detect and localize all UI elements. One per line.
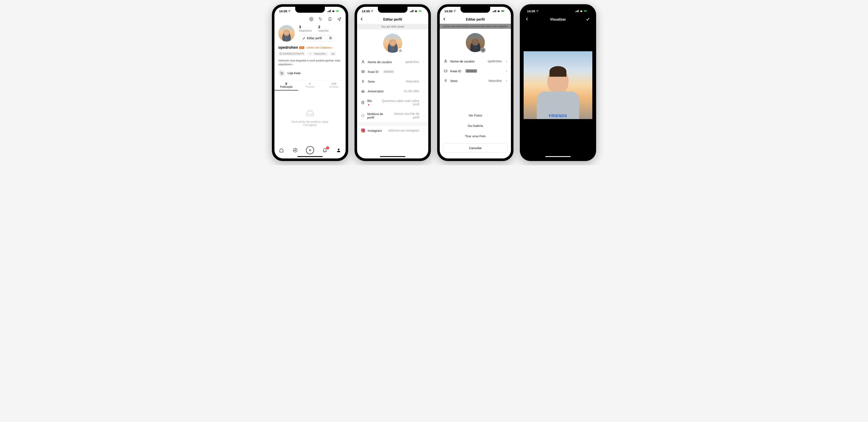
- svg-rect-44: [578, 10, 579, 12]
- back-button: [442, 17, 448, 22]
- store-link[interactable]: Loja Kwai: [274, 68, 346, 80]
- camera-icon[interactable]: [398, 48, 403, 53]
- svg-point-22: [400, 51, 401, 51]
- svg-rect-17: [413, 10, 413, 12]
- svg-rect-35: [504, 11, 504, 11]
- row-username[interactable]: Nome de usuário opedrohen ›: [357, 57, 428, 67]
- edit-profile-button[interactable]: Editar perfil: [299, 35, 326, 41]
- svg-rect-29: [493, 11, 493, 12]
- instagram-icon: [361, 129, 365, 132]
- svg-rect-32: [495, 10, 496, 12]
- tab-publications[interactable]: 0 Publicação: [274, 80, 298, 91]
- row-kwai-id: Kwai ID Atualizar ›: [440, 66, 511, 76]
- sheet-cancel[interactable]: Cancelar: [443, 143, 507, 153]
- sheet-view-photos[interactable]: Ver Fotos: [443, 110, 507, 121]
- back-button[interactable]: [525, 17, 531, 22]
- nav-profile[interactable]: [336, 147, 342, 153]
- nav-home[interactable]: [278, 147, 284, 153]
- tab-likes[interactable]: 169 Curtidas: [322, 80, 346, 91]
- followers-stat[interactable]: 3 Seguidores: [299, 25, 312, 32]
- confirm-button[interactable]: [586, 17, 590, 22]
- home-indicator: [380, 156, 405, 157]
- photo-preview[interactable]: FRIENDS: [524, 51, 592, 119]
- note-icon: [361, 101, 365, 104]
- pointer-icon[interactable]: [318, 17, 323, 22]
- chevron-right-icon: ›: [506, 69, 507, 73]
- header: Editar perfil: [357, 15, 428, 24]
- id-tag: ID:150000210704375: [278, 52, 305, 56]
- row-gender: Sexo Masculino ›: [440, 76, 511, 86]
- chevron-right-icon: ›: [424, 89, 425, 93]
- level-badge: LV1: [299, 46, 304, 49]
- sheet-take-photo[interactable]: Tirar uma Foto: [443, 131, 507, 141]
- id-icon: [361, 70, 365, 73]
- avatar[interactable]: [278, 25, 295, 41]
- status-time: 14:05: [362, 9, 370, 13]
- nav-discover[interactable]: [292, 147, 298, 153]
- tab-private[interactable]: 0 Privado: [298, 80, 322, 91]
- user-icon: [443, 59, 448, 63]
- row-frame[interactable]: Moldura de perfil Decore sua foto de per…: [357, 109, 428, 122]
- row-kwai-id[interactable]: Kwai ID Atualizar ›: [357, 67, 428, 76]
- svg-point-8: [311, 19, 312, 20]
- svg-rect-43: [577, 10, 578, 12]
- svg-rect-21: [399, 50, 401, 52]
- gender-icon: [443, 79, 448, 83]
- svg-rect-0: [328, 11, 328, 12]
- svg-rect-15: [411, 11, 411, 12]
- gender-icon: [361, 79, 365, 83]
- svg-rect-1: [328, 11, 329, 12]
- frame-icon: [361, 114, 365, 118]
- back-button[interactable]: [360, 17, 366, 22]
- row-gender[interactable]: Sexo Masculino ›: [357, 76, 428, 86]
- svg-point-12: [293, 148, 297, 152]
- home-indicator: [297, 156, 323, 157]
- row-birthday[interactable]: Aniversário 01-08-1992 ›: [357, 86, 428, 96]
- svg-rect-24: [362, 71, 365, 73]
- gender-tag: ♂Masculino: [307, 52, 328, 56]
- chevron-right-icon: ›: [506, 79, 507, 83]
- svg-point-11: [282, 74, 283, 74]
- svg-point-25: [362, 80, 364, 82]
- id-icon: [443, 69, 448, 73]
- wifi-icon: [414, 10, 418, 12]
- svg-rect-14: [410, 11, 411, 12]
- nav-create[interactable]: +: [306, 146, 314, 154]
- battery-icon: [584, 10, 587, 12]
- svg-rect-16: [412, 10, 412, 12]
- zodiac-tag: leo: [330, 52, 336, 56]
- cart-icon: [278, 70, 285, 76]
- svg-rect-36: [482, 50, 484, 51]
- creator-center-link[interactable]: Centro de Criadores ›: [306, 46, 333, 49]
- add-user-button[interactable]: [327, 35, 334, 41]
- svg-point-40: [445, 80, 446, 82]
- svg-rect-47: [587, 11, 587, 11]
- share-icon[interactable]: [337, 17, 342, 22]
- row-bio[interactable]: Bio Queremos saber mais sobre você ›: [357, 96, 428, 109]
- svg-point-38: [445, 60, 446, 61]
- svg-point-37: [483, 50, 484, 51]
- svg-point-9: [330, 37, 331, 38]
- sheet-from-gallery[interactable]: Da Galeria: [443, 121, 507, 131]
- bookmark-icon[interactable]: [328, 17, 333, 22]
- nav-notifications[interactable]: 8: [322, 147, 328, 153]
- row-instagram[interactable]: Instagram Adicione seu Instagram ›: [357, 126, 428, 135]
- home-indicator: [545, 156, 571, 157]
- wifi-icon: [580, 10, 583, 12]
- notification-badge: 8: [326, 147, 329, 149]
- battery-icon: [418, 10, 422, 12]
- svg-point-10: [281, 74, 281, 74]
- svg-rect-42: [576, 11, 577, 12]
- username: opedrohen: [278, 45, 298, 50]
- page-title: Visualizar: [525, 18, 591, 22]
- bio-prompt[interactable]: Adicione uma biografia e você poderá gan…: [274, 57, 346, 68]
- settings-icon[interactable]: [309, 17, 314, 22]
- wifi-icon: [332, 10, 335, 12]
- empty-state: Você ainda não publicou nada. Crie agora…: [274, 91, 346, 145]
- info-banner: encha suas informações pessoais para atr…: [440, 24, 511, 29]
- svg-rect-31: [495, 10, 495, 12]
- page-title: Editar perfil: [360, 18, 426, 22]
- svg-marker-7: [310, 17, 313, 21]
- camera-icon: [480, 47, 486, 53]
- following-stat[interactable]: 2 seguindo: [318, 25, 329, 32]
